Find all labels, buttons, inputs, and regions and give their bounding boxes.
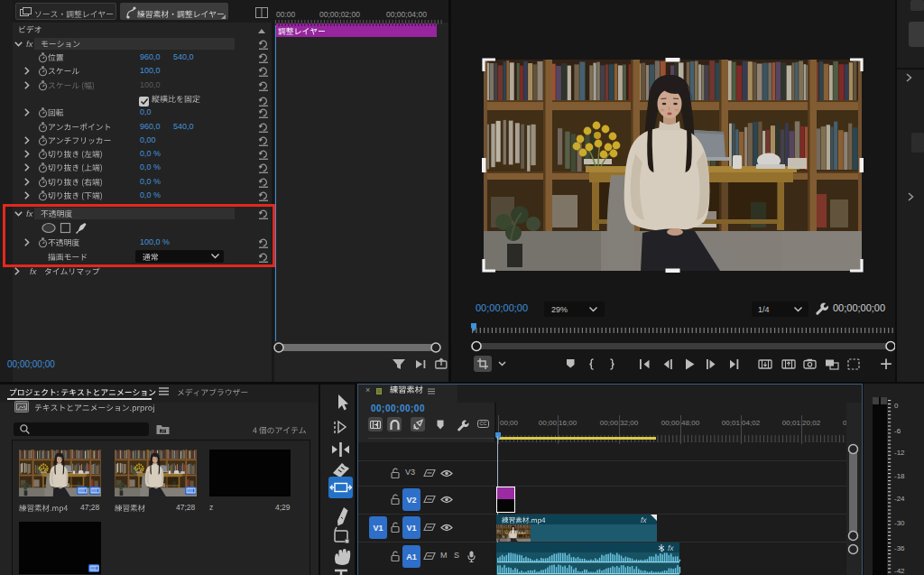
svg-text:JP: JP [161, 429, 165, 433]
